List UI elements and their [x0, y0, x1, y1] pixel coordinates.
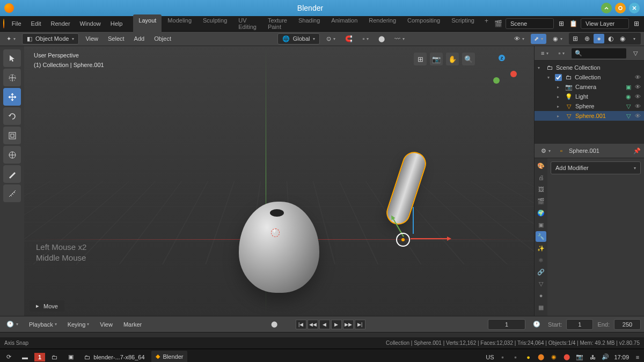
- collection-enable-checkbox[interactable]: [555, 74, 562, 81]
- tab-uv[interactable]: UV Editing: [233, 14, 262, 33]
- auto-key-button[interactable]: ⬤: [268, 319, 281, 329]
- transform-tool[interactable]: [3, 146, 21, 164]
- visibility-toggle[interactable]: 👁: [635, 103, 641, 109]
- ptab-physics[interactable]: ⚛: [536, 255, 546, 265]
- overlay-toggle[interactable]: ◉▾: [550, 34, 566, 44]
- scene-browse-icon[interactable]: 🎬: [494, 19, 502, 28]
- app-logo-icon[interactable]: [3, 19, 4, 28]
- rendered-shading[interactable]: ◉: [617, 34, 628, 43]
- ptab-particles[interactable]: ✨: [536, 243, 546, 254]
- expand-icon[interactable]: ▸: [557, 104, 562, 109]
- taskbar-file-manager[interactable]: 🗀 blender-...7-x86_64: [80, 352, 149, 363]
- view-layer-input[interactable]: [581, 18, 629, 29]
- taskbar-blender[interactable]: ◆ Blender: [151, 351, 188, 362]
- timeline-type-button[interactable]: 🕐▾: [3, 319, 21, 329]
- ptab-output[interactable]: 🖨: [536, 172, 546, 183]
- expand-icon[interactable]: ▸: [557, 114, 562, 119]
- minimize-button[interactable]: [601, 3, 612, 13]
- outliner-search[interactable]: 🔍: [571, 48, 627, 59]
- proportional-dropdown[interactable]: 〰▾: [391, 34, 408, 43]
- ptab-constraints[interactable]: 🔗: [536, 267, 546, 277]
- header-object[interactable]: Object: [151, 34, 174, 43]
- terminal-button[interactable]: ▣: [64, 351, 78, 362]
- tray-icon-5[interactable]: ◉: [550, 353, 558, 361]
- menu-render[interactable]: Render: [47, 18, 75, 29]
- tree-collection[interactable]: ▾ 🗀 Collection 👁: [535, 72, 644, 82]
- pan-button[interactable]: ✋: [446, 53, 459, 65]
- tab-texture[interactable]: Texture Paint: [262, 14, 292, 33]
- timeline-playback[interactable]: Playback▾: [26, 320, 60, 329]
- visibility-toggle[interactable]: 👁: [635, 74, 641, 80]
- clock[interactable]: 17:09: [614, 354, 629, 360]
- maximize-button[interactable]: [615, 3, 626, 13]
- ptab-scene[interactable]: 🎬: [536, 196, 546, 206]
- expand-icon[interactable]: ▸: [557, 94, 562, 99]
- tray-network-icon[interactable]: 🖧: [588, 353, 597, 361]
- end-frame-input[interactable]: [614, 319, 641, 330]
- header-add[interactable]: Add: [131, 34, 148, 43]
- shading-options[interactable]: ▾: [629, 34, 640, 43]
- scene-name-input[interactable]: [506, 18, 554, 29]
- outliner-type-button[interactable]: ≡▾: [538, 48, 552, 58]
- start-menu-button[interactable]: ⟳: [2, 351, 16, 362]
- tab-compositing[interactable]: Compositing: [402, 14, 445, 33]
- layer-browse-icon[interactable]: 📋: [569, 19, 577, 28]
- start-frame-input[interactable]: [566, 319, 593, 330]
- measure-tool[interactable]: [3, 184, 21, 202]
- timeline-keying[interactable]: Keying▾: [64, 320, 93, 329]
- tree-item-sphere-001[interactable]: ▸ ▽ Sphere.001 ▽ 👁: [535, 111, 644, 121]
- close-button[interactable]: [629, 3, 640, 13]
- tab-layout[interactable]: Layout: [133, 14, 162, 33]
- lookdev-shading[interactable]: ◐: [605, 34, 616, 43]
- ptab-render[interactable]: 🎨: [536, 160, 546, 171]
- pin-icon[interactable]: 📌: [633, 147, 641, 154]
- tab-scripting[interactable]: Scripting: [446, 14, 480, 33]
- tray-camera-icon[interactable]: 📷: [575, 353, 584, 361]
- scene-new-icon[interactable]: ⊞: [557, 19, 566, 28]
- tray-icon-3[interactable]: ●: [524, 353, 532, 361]
- tree-item-sphere[interactable]: ▸ ▽ Sphere ▽ 👁: [535, 101, 644, 111]
- tray-menu-icon[interactable]: ≡: [633, 353, 642, 361]
- wireframe-shading[interactable]: ⊕: [582, 34, 592, 43]
- solid-shading[interactable]: ●: [594, 34, 604, 43]
- header-select[interactable]: Select: [105, 34, 128, 43]
- tray-volume-icon[interactable]: 🔊: [601, 353, 610, 361]
- camera-button[interactable]: 📷: [430, 53, 443, 65]
- layer-new-icon[interactable]: ⊞: [632, 19, 641, 28]
- show-desktop-button[interactable]: ▬: [18, 352, 32, 363]
- current-frame-input[interactable]: [488, 319, 525, 330]
- next-key-button[interactable]: ▶▶: [343, 320, 354, 329]
- menu-edit[interactable]: Edit: [27, 18, 46, 29]
- select-tool[interactable]: [3, 49, 21, 67]
- jump-end-button[interactable]: ▶|: [355, 320, 365, 329]
- mesh-sphere[interactable]: [239, 202, 319, 293]
- snap-dropdown[interactable]: ▫▾: [359, 34, 372, 43]
- ptab-modifier[interactable]: 🔧: [536, 231, 546, 242]
- visibility-toggle[interactable]: 👁: [635, 93, 641, 100]
- play-button[interactable]: ▶: [331, 320, 342, 329]
- tab-rendering[interactable]: Rendering: [363, 14, 401, 33]
- workspace-indicator[interactable]: 1: [34, 353, 45, 361]
- tab-shading[interactable]: Shading: [293, 14, 325, 33]
- annotate-tool[interactable]: [3, 165, 21, 183]
- expand-icon[interactable]: ▸: [557, 85, 562, 90]
- ptab-mesh[interactable]: ▽: [536, 278, 546, 289]
- timeline-track[interactable]: [0, 332, 644, 337]
- tree-item-light[interactable]: ▸ 💡 Light ◉ 👁: [535, 92, 644, 101]
- add-workspace-button[interactable]: +: [480, 14, 493, 33]
- zoom-button[interactable]: 🔍: [462, 53, 475, 65]
- menu-window[interactable]: Window: [76, 18, 105, 29]
- gizmo-x-axis[interactable]: [510, 71, 517, 77]
- visibility-toggle[interactable]: 👁: [635, 84, 641, 90]
- tab-modeling[interactable]: Modeling: [162, 14, 197, 33]
- jump-start-button[interactable]: |◀: [296, 320, 306, 329]
- orientation-dropdown[interactable]: 🌐 Global ▾: [277, 33, 320, 45]
- collapse-icon[interactable]: ▾: [547, 75, 553, 80]
- gizmo-toggle[interactable]: ⬈▾: [531, 34, 546, 44]
- tree-item-camera[interactable]: ▸ 📷 Camera ▣ 👁: [535, 82, 644, 92]
- filter-button[interactable]: ▽: [630, 48, 641, 58]
- menu-help[interactable]: Help: [106, 18, 127, 29]
- 3d-viewport[interactable]: User Perspective (1) Collection | Sphere…: [24, 46, 534, 316]
- ptab-viewlayer[interactable]: 🖼: [536, 184, 546, 195]
- add-modifier-dropdown[interactable]: Add Modifier ▾: [551, 161, 641, 174]
